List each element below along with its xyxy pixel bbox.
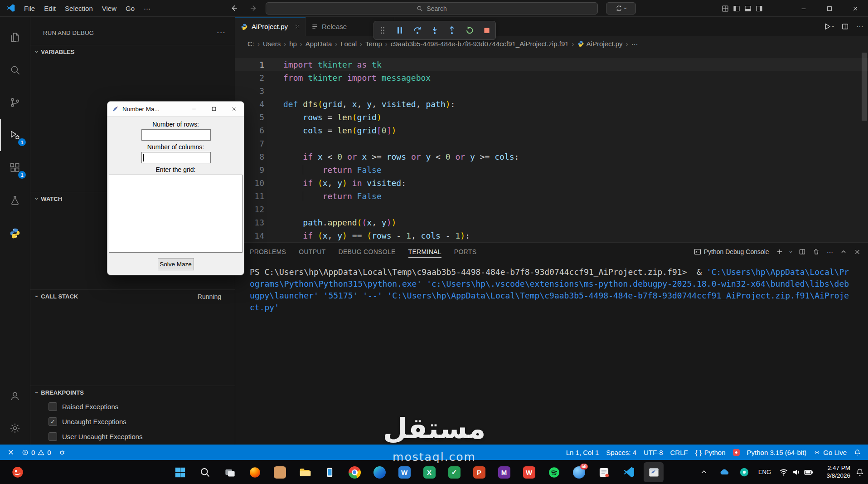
taskbar-notes[interactable]	[594, 462, 614, 482]
problems-status[interactable]: 0 0	[18, 445, 55, 460]
tray-wifi-icon[interactable]	[778, 460, 790, 484]
taskbar-powerpoint[interactable]: P	[469, 462, 489, 482]
activity-source-control[interactable]	[0, 87, 30, 118]
notifications-bell[interactable]	[850, 445, 864, 460]
code-editor[interactable]: 1import tkinter as tk2from tkinter impor…	[235, 51, 868, 242]
terminal[interactable]: PS C:\Users\hp\AppData\Local\Temp\c9aab3…	[250, 266, 864, 313]
chevron-down-icon[interactable]: ›	[788, 251, 794, 253]
taskbar-chrome[interactable]	[344, 462, 364, 482]
activity-accounts[interactable]	[0, 380, 30, 411]
menu-selection[interactable]: Selection	[61, 3, 97, 14]
back-button[interactable]	[229, 3, 239, 13]
maximize-panel-icon[interactable]	[840, 248, 847, 255]
breadcrumb-item[interactable]: Users	[263, 40, 281, 48]
taskbar-badge-app[interactable]: 68	[569, 462, 589, 482]
python-interpreter[interactable]: Python 3.15 (64-bit)	[743, 445, 810, 460]
stop-button[interactable]	[480, 23, 494, 38]
taskbar-m365[interactable]: M	[494, 462, 514, 482]
code-line[interactable]: 10 if (x, y) in visited:	[235, 176, 868, 190]
tray-teal-app-icon[interactable]	[738, 460, 751, 484]
tray-volume-icon[interactable]	[790, 460, 802, 484]
new-terminal-button[interactable]	[776, 248, 783, 255]
close-button[interactable]	[842, 0, 868, 17]
tab-output[interactable]: OUTPUT	[292, 243, 332, 261]
code-line[interactable]: 7	[235, 137, 868, 150]
checkbox[interactable]	[48, 417, 57, 426]
breakpoint-item[interactable]: Raised Exceptions	[30, 399, 235, 414]
editor-scrollbar[interactable]	[862, 53, 867, 121]
activity-settings[interactable]	[0, 412, 30, 444]
code-line[interactable]: 14 if (x, y) == (rows - 1, cols - 1):	[235, 229, 868, 242]
tab-problems[interactable]: PROBLEMS	[243, 243, 292, 261]
sync-dropdown[interactable]: ›	[606, 2, 636, 15]
breadcrumb-item[interactable]: AppData	[305, 40, 332, 48]
restart-button[interactable]	[462, 23, 477, 38]
eol-setting[interactable]: CRLF	[666, 445, 691, 460]
code-line[interactable]: 4def dfs(grid, x, y, visited, path):	[235, 98, 868, 111]
step-over-button[interactable]	[410, 23, 425, 38]
extension-status-icon[interactable]	[729, 445, 743, 460]
breakpoint-item[interactable]: Uncaught Exceptions	[30, 414, 235, 429]
split-terminal-icon[interactable]	[799, 248, 806, 255]
activity-extensions[interactable]: 1	[0, 152, 30, 184]
activity-search[interactable]	[0, 54, 30, 86]
breadcrumb-item[interactable]: AiProject.py	[577, 40, 623, 48]
language-mode[interactable]: { } Python	[692, 445, 729, 460]
go-live[interactable]: Go Live	[810, 445, 850, 460]
tray-notification-bell-icon[interactable]	[854, 460, 866, 484]
columns-input[interactable]	[141, 152, 211, 163]
section-call-stack[interactable]: › CALL STACK Running	[30, 289, 235, 303]
taskbar-spotify[interactable]	[544, 462, 564, 482]
toggle-panel-icon[interactable]	[744, 5, 752, 12]
menu-go[interactable]: Go	[121, 3, 139, 14]
section-variables[interactable]: › VARIABLES	[30, 45, 235, 59]
code-line[interactable]: 12	[235, 203, 868, 216]
taskbar-firefox[interactable]	[245, 462, 265, 482]
tab-aiproject[interactable]: AiProject.py	[235, 17, 306, 36]
dialog-titlebar[interactable]: Number Ma...	[107, 102, 244, 117]
menu-file[interactable]: File	[20, 3, 39, 14]
menu-view[interactable]: View	[98, 3, 121, 14]
pause-button[interactable]	[393, 23, 407, 38]
code-line[interactable]: 8 if x < 0 or x >= rows or y < 0 or y >=…	[235, 150, 868, 163]
tray-onedrive-icon[interactable]	[718, 460, 731, 484]
more-actions-button[interactable]: ···	[856, 23, 863, 31]
encoding-setting[interactable]: UTF-8	[640, 445, 667, 460]
tab-close-icon[interactable]	[294, 24, 300, 29]
debug-status-icon[interactable]	[55, 445, 69, 460]
tab-ports[interactable]: PORTS	[448, 243, 483, 261]
step-into-button[interactable]	[427, 23, 442, 38]
code-line[interactable]: 11 return False	[235, 190, 868, 203]
taskbar-task-view[interactable]	[220, 462, 240, 482]
sidebar-more-button[interactable]: ···	[217, 28, 226, 37]
code-line[interactable]: 5 rows = len(grid)	[235, 111, 868, 124]
kill-terminal-icon[interactable]	[813, 248, 820, 255]
menu-edit[interactable]: Edit	[40, 3, 60, 14]
rows-input[interactable]	[141, 129, 211, 141]
breadcrumb-item[interactable]: Temp	[365, 40, 382, 48]
activity-explorer[interactable]	[0, 21, 30, 53]
taskbar-excel[interactable]: X	[419, 462, 439, 482]
code-line[interactable]: 9 return False	[235, 163, 868, 176]
search-box[interactable]: Search	[266, 2, 598, 15]
menu-more[interactable]: ···	[140, 3, 155, 14]
cursor-position[interactable]: Ln 1, Col 1	[563, 445, 603, 460]
customize-layout-icon[interactable]	[722, 5, 729, 12]
taskbar-word[interactable]: W	[394, 462, 414, 482]
close-panel-icon[interactable]	[854, 249, 861, 255]
tab-debug-console[interactable]: DEBUG CONSOLE	[332, 243, 402, 261]
toggle-secondary-sidebar-icon[interactable]	[756, 5, 763, 12]
tray-language[interactable]: ENG	[756, 460, 773, 484]
taskbar-app-tan[interactable]	[270, 462, 290, 482]
console-selector[interactable]: Python Debug Console	[694, 248, 769, 255]
panel-more-button[interactable]: ···	[827, 248, 833, 255]
dialog-maximize-button[interactable]	[204, 102, 224, 116]
taskbar-file-explorer[interactable]	[295, 462, 315, 482]
activity-run-debug[interactable]: 1	[0, 119, 30, 151]
taskbar-todo[interactable]: ✓	[444, 462, 464, 482]
breadcrumb-item[interactable]: hp	[289, 40, 297, 48]
minimize-button[interactable]	[790, 0, 816, 17]
breadcrumb-item[interactable]: c9aab3b5-4498-484e-b7f8-93d0744ccf91_AiP…	[391, 40, 569, 48]
section-breakpoints[interactable]: › BREAKPOINTS	[30, 386, 235, 399]
taskbar-search[interactable]	[195, 462, 215, 482]
